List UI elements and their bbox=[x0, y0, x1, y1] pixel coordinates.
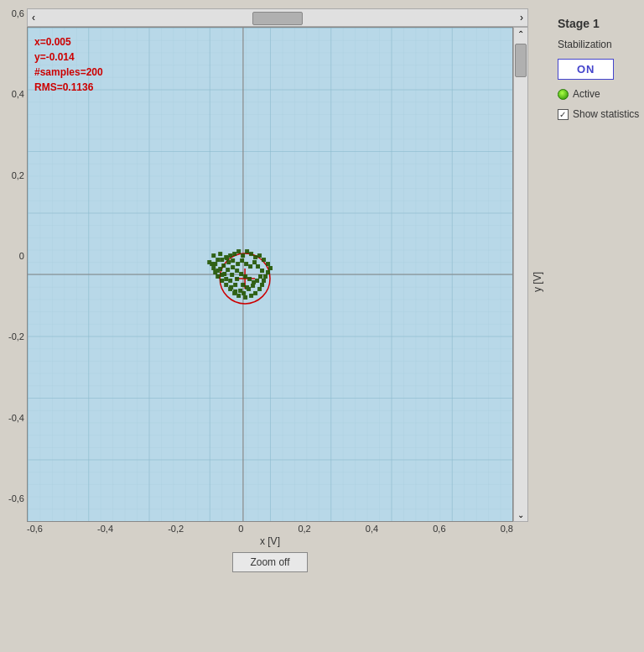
svg-rect-41 bbox=[210, 262, 214, 266]
y-tick: 0,4 bbox=[8, 89, 24, 99]
y-axis-label: y [V] bbox=[530, 8, 545, 556]
svg-rect-64 bbox=[255, 279, 259, 283]
stabilization-label: Stabilization bbox=[558, 39, 612, 50]
svg-rect-44 bbox=[226, 260, 231, 264]
x-axis-ticks: -0,6-0,4-0,200,20,40,60,8 bbox=[27, 522, 513, 534]
scroll-up-icon[interactable]: ⌃ bbox=[516, 28, 526, 40]
svg-rect-40 bbox=[211, 266, 216, 270]
svg-rect-63 bbox=[251, 284, 255, 288]
y-axis-ticks: 0,60,40,20-0,2-0,4-0,6 bbox=[8, 8, 27, 503]
chart-canvas: x=0.005 y=-0.014 #samples=200 RMS=0.1136 bbox=[27, 27, 513, 522]
svg-rect-76 bbox=[220, 273, 224, 277]
show-stats-row: ✓ Show statistics bbox=[558, 108, 639, 120]
svg-rect-48 bbox=[243, 274, 247, 279]
x-tick: 0,8 bbox=[501, 524, 513, 534]
svg-rect-79 bbox=[233, 289, 237, 294]
svg-rect-77 bbox=[224, 277, 228, 281]
svg-rect-47 bbox=[239, 272, 243, 276]
x-tick: 0 bbox=[238, 524, 243, 534]
svg-rect-46 bbox=[235, 269, 239, 273]
stat-y: y=-0.014 bbox=[34, 50, 103, 65]
chart-and-scroll: ‹ › bbox=[27, 8, 528, 572]
svg-rect-42 bbox=[216, 258, 220, 262]
svg-rect-31 bbox=[249, 294, 253, 298]
show-stats-label: Show statistics bbox=[573, 108, 639, 120]
chart-wrapper: 0,60,40,20-0,2-0,4-0,6 ‹ › bbox=[8, 8, 545, 572]
svg-rect-22 bbox=[262, 258, 266, 262]
svg-rect-38 bbox=[216, 274, 220, 279]
x-tick: 0,2 bbox=[298, 524, 310, 534]
svg-rect-66 bbox=[225, 256, 229, 260]
svg-rect-55 bbox=[226, 268, 230, 272]
svg-rect-58 bbox=[228, 279, 232, 283]
svg-rect-12 bbox=[220, 258, 224, 262]
stage-title: Stage 1 bbox=[558, 17, 600, 30]
top-scroll-thumb[interactable] bbox=[252, 12, 303, 25]
y-tick: 0,2 bbox=[8, 170, 24, 180]
right-scrollbar[interactable]: ⌃ ⌄ bbox=[513, 27, 528, 522]
svg-rect-30 bbox=[253, 291, 257, 295]
chart-area: 0,60,40,20-0,2-0,4-0,6 ‹ › bbox=[8, 8, 545, 572]
y-tick: -0,6 bbox=[8, 493, 24, 503]
y-tick: -0,2 bbox=[8, 331, 24, 342]
svg-rect-20 bbox=[253, 255, 257, 259]
svg-rect-21 bbox=[257, 253, 262, 258]
zoom-btn-row: Zoom off bbox=[27, 552, 513, 572]
svg-rect-29 bbox=[257, 287, 262, 291]
svg-rect-78 bbox=[229, 285, 233, 289]
svg-rect-69 bbox=[240, 258, 244, 263]
svg-rect-24 bbox=[268, 266, 273, 270]
svg-rect-23 bbox=[266, 262, 270, 266]
svg-rect-25 bbox=[266, 270, 270, 274]
svg-rect-15 bbox=[232, 252, 236, 256]
svg-rect-9 bbox=[218, 252, 222, 256]
y-tick: -0,4 bbox=[8, 413, 24, 423]
main-container: 0,60,40,20-0,2-0,4-0,6 ‹ › bbox=[0, 0, 644, 652]
right-scroll-thumb[interactable] bbox=[515, 44, 527, 77]
y-tick: 0,6 bbox=[8, 8, 24, 18]
x-axis-label: x [V] bbox=[27, 535, 513, 547]
zoom-off-button[interactable]: Zoom off bbox=[232, 552, 307, 572]
chart-stats: x=0.005 y=-0.014 #samples=200 RMS=0.1136 bbox=[34, 34, 103, 95]
svg-rect-70 bbox=[244, 262, 248, 266]
top-scrollbar[interactable]: ‹ › bbox=[27, 8, 528, 27]
svg-rect-59 bbox=[233, 283, 237, 287]
svg-rect-71 bbox=[248, 264, 252, 269]
x-tick: -0,6 bbox=[27, 524, 43, 534]
svg-rect-17 bbox=[241, 253, 245, 258]
svg-rect-36 bbox=[224, 283, 228, 287]
scroll-right-icon[interactable]: › bbox=[516, 10, 527, 25]
svg-rect-37 bbox=[220, 279, 224, 283]
svg-rect-51 bbox=[241, 283, 245, 287]
chart-svg bbox=[28, 28, 512, 521]
svg-rect-19 bbox=[249, 252, 253, 256]
svg-rect-16 bbox=[236, 249, 241, 253]
svg-rect-72 bbox=[252, 260, 257, 264]
svg-rect-73 bbox=[256, 264, 260, 269]
active-indicator-dot bbox=[558, 89, 569, 100]
svg-rect-61 bbox=[242, 291, 246, 295]
svg-rect-54 bbox=[230, 273, 234, 277]
sidebar: Stage 1 Stabilization ON Active ✓ Show s… bbox=[553, 8, 644, 128]
chart-with-right-scroll: x=0.005 y=-0.014 #samples=200 RMS=0.1136… bbox=[27, 27, 528, 522]
svg-rect-49 bbox=[247, 277, 252, 281]
svg-rect-62 bbox=[247, 287, 251, 291]
svg-rect-8 bbox=[211, 253, 216, 258]
on-button[interactable]: ON bbox=[558, 59, 615, 80]
svg-rect-45 bbox=[231, 265, 235, 269]
svg-rect-65 bbox=[258, 274, 262, 279]
scroll-down-icon[interactable]: ⌄ bbox=[516, 509, 526, 521]
svg-rect-28 bbox=[260, 283, 264, 287]
svg-rect-74 bbox=[260, 269, 264, 273]
y-tick: 0 bbox=[8, 251, 24, 261]
x-tick: -0,2 bbox=[168, 524, 184, 534]
scroll-left-icon[interactable]: ‹ bbox=[28, 10, 39, 25]
x-tick: -0,4 bbox=[97, 524, 113, 534]
stat-x: x=0.005 bbox=[34, 34, 103, 50]
stat-rms: RMS=0.1136 bbox=[34, 80, 103, 95]
svg-rect-53 bbox=[235, 277, 239, 281]
show-stats-checkbox[interactable]: ✓ bbox=[558, 109, 569, 120]
x-tick: 0,6 bbox=[433, 524, 445, 534]
svg-rect-18 bbox=[245, 249, 249, 253]
active-label: Active bbox=[573, 88, 600, 100]
